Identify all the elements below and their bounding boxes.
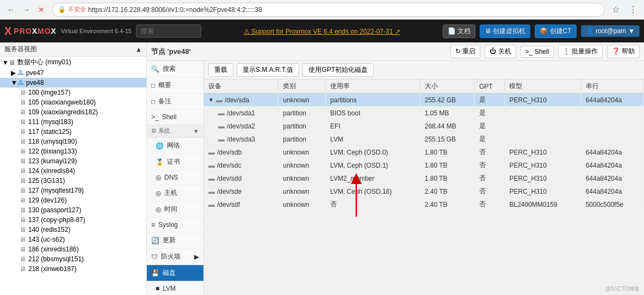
- pve48-arrow-icon[interactable]: ▼: [11, 79, 17, 87]
- cell-type: partition: [278, 120, 326, 133]
- vm-icon: 🖥: [20, 216, 26, 224]
- sidebar-item-vm[interactable]: 🖥 105 (xiaoxiangweb180): [0, 97, 146, 107]
- cell-size: 2.40 TB: [420, 198, 474, 211]
- reload-button[interactable]: ✕: [35, 3, 48, 16]
- vm-label: 124 (xinredis84): [28, 167, 75, 175]
- cell-serial: [581, 133, 643, 146]
- pve47-arrow-icon[interactable]: ▶: [11, 69, 17, 77]
- cell-model: BL2400MM0159: [505, 198, 581, 211]
- firewall-nav-label: 防火墙: [161, 252, 181, 261]
- sidebar-item-vm[interactable]: 🖥 123 (kumayi129): [0, 156, 146, 166]
- disk-row-icon: ▬: [218, 136, 225, 143]
- nav-item-disk[interactable]: 💾 磁盘: [147, 265, 203, 281]
- shell-button[interactable]: >_ Shell: [521, 46, 554, 58]
- doc-button[interactable]: 📄 文档: [443, 24, 475, 38]
- vm-label: 129 (dev126): [28, 196, 67, 204]
- sidebar-item-vm[interactable]: 🖥 186 (xinredis186): [0, 244, 146, 254]
- nav-item-shell[interactable]: >_ Shell: [147, 110, 203, 125]
- node-title: 节点 'pve48': [151, 47, 446, 57]
- search-nav-label: 搜索: [163, 64, 176, 73]
- vm-icon: 🖥: [20, 245, 26, 253]
- browser-menu-button[interactable]: ⋮: [627, 3, 640, 16]
- smart-button[interactable]: 显示S.M.A.R.T.值: [237, 63, 299, 77]
- nav-group-system[interactable]: ⚙ 系统 ▼: [147, 125, 203, 138]
- sidebar-item-vm[interactable]: 🖥 124 (xinredis84): [0, 166, 146, 176]
- user-menu-button[interactable]: 👤 root@pam ▼: [581, 25, 640, 37]
- network-nav-label: 网络: [167, 141, 180, 150]
- bookmark-button[interactable]: ☆: [609, 3, 622, 16]
- nav-item-lvm[interactable]: ■ LVM: [147, 281, 203, 295]
- table-header-row: 设备 类别 使用率 大小 GPT 模型 串行: [204, 79, 644, 94]
- cell-serial: [581, 120, 643, 133]
- cell-serial: 644a84204a: [581, 185, 643, 198]
- sidebar-item-vm[interactable]: 🖥 137 (copy-php8-87): [0, 215, 146, 225]
- vm-label: 130 (passport127): [28, 206, 81, 214]
- nav-item-summary[interactable]: □ 概要: [147, 77, 203, 94]
- vm-icon: 🖥: [20, 167, 26, 175]
- sidebar-item-vm[interactable]: 🖥 111 (mysql183): [0, 117, 146, 127]
- sidebar-item-vm[interactable]: 🖥 118 (umysql190): [0, 137, 146, 146]
- search-input[interactable]: [136, 24, 201, 38]
- help-button[interactable]: ❓ 帮助: [607, 45, 640, 58]
- table-row[interactable]: ▬ /dev/sda3 partition LVM 255.15 GB 是: [204, 133, 644, 146]
- sidebar-item-vm[interactable]: 🖥 143 (uc-s62): [0, 235, 146, 244]
- sidebar-item-vm[interactable]: 🖥 218 (xinweb187): [0, 264, 146, 274]
- nav-item-time[interactable]: ◎ 时间: [147, 201, 203, 218]
- table-row[interactable]: ▼ ▬ /dev/sda unknown partitions 255.42 G…: [204, 94, 644, 107]
- sidebar-item-vm[interactable]: 🖥 109 (xiaoxiangredis182): [0, 107, 146, 117]
- updates-nav-icon: 🔄: [151, 237, 159, 244]
- reload-node-button[interactable]: ↻ 重启: [450, 45, 480, 58]
- forward-button[interactable]: →: [20, 3, 33, 16]
- create-vm-button[interactable]: 🖥 创建虚拟机: [480, 24, 530, 38]
- vm-icon: 🖥: [20, 265, 26, 273]
- sidebar-item-pve47[interactable]: ▶ 🖧 pve47: [0, 68, 146, 78]
- table-row[interactable]: ▬ /dev/sdd unknown LVM2_member 1.80 TB 否…: [204, 172, 644, 185]
- nav-item-search[interactable]: 🔍 搜索: [147, 61, 203, 77]
- back-button[interactable]: ←: [4, 3, 17, 16]
- expand-icon[interactable]: ▼: [208, 97, 214, 103]
- sidebar-item-vm[interactable]: 🖥 130 (passport127): [0, 205, 146, 215]
- bulk-ops-button[interactable]: ⋮ 批量操作: [558, 45, 602, 58]
- sidebar-item-vm[interactable]: 🖥 122 (bixiang133): [0, 146, 146, 156]
- nav-item-syslog[interactable]: ≡ Syslog: [147, 218, 203, 232]
- shell-nav-icon: >_: [151, 113, 159, 121]
- sidebar-item-vm[interactable]: 🖥 140 (redis152): [0, 225, 146, 235]
- shutdown-button[interactable]: ⏻ 关机: [485, 45, 516, 58]
- cell-gpt: 否: [474, 159, 505, 172]
- lock-icon: 🔒: [58, 6, 66, 13]
- sidebar-item-vm[interactable]: 🖥 127 (mysqltest179): [0, 186, 146, 195]
- table-row[interactable]: ▬ /dev/sdf unknown 否 2.40 TB 否 BL2400MM0…: [204, 198, 644, 211]
- sidebar-item-vm[interactable]: 🖥 117 (static125): [0, 127, 146, 137]
- cell-size: 2.40 TB: [420, 185, 474, 198]
- cell-type: unknown: [278, 198, 326, 211]
- col-size: 大小: [420, 79, 474, 94]
- sidebar-collapse-icon[interactable]: ▲: [135, 46, 142, 53]
- sidebar-item-datacenter[interactable]: ▼ 🖥 数据中心 (mmy01): [0, 57, 146, 68]
- warning-banner[interactable]: ⚠ Support for Proxmox VE 6.4 ends on 202…: [244, 28, 400, 35]
- sidebar-item-vm[interactable]: 🖥 100 (imge157): [0, 88, 146, 97]
- sidebar-item-vm[interactable]: 🖥 125 (3G131): [0, 176, 146, 186]
- nav-item-dns[interactable]: ◎ DNS: [147, 170, 203, 185]
- table-row[interactable]: ▬ /dev/sdb unknown LVM, Ceph (OSD.0) 1.8…: [204, 146, 644, 159]
- sidebar-item-pve48[interactable]: ▼ 🖧 pve48: [0, 78, 146, 88]
- reload-data-button[interactable]: 重载: [208, 63, 233, 77]
- sidebar-item-vm[interactable]: 🖥 212 (bbsmysql151): [0, 254, 146, 264]
- table-row[interactable]: ▬ /dev/sde unknown LVM, Ceph (OSD.16) 2.…: [204, 185, 644, 198]
- nav-item-updates[interactable]: 🔄 更新: [147, 232, 203, 249]
- cell-device: ▬ /dev/sdb: [204, 146, 278, 159]
- nav-item-network[interactable]: 🌐 网络: [147, 138, 203, 154]
- nav-item-cert[interactable]: 🏅 证书: [147, 154, 203, 170]
- vm-icon: 🖥: [20, 255, 26, 263]
- sidebar-item-vm[interactable]: 🖥 129 (dev126): [0, 195, 146, 205]
- table-row[interactable]: ▬ /dev/sdc unknown LVM, Ceph (OSD.1) 1.8…: [204, 159, 644, 172]
- expand-arrow-icon[interactable]: ▼: [2, 59, 9, 66]
- table-row[interactable]: ▬ /dev/sda2 partition EFI 268.44 MB 是: [204, 120, 644, 133]
- lvm-nav-label: LVM: [163, 285, 176, 292]
- address-bar[interactable]: 🔒 不安全 https://172.16.228.49:8006/#v1:0:=…: [52, 3, 605, 17]
- gpt-init-button[interactable]: 使用GPT初始化磁盘: [302, 63, 374, 77]
- nav-item-host[interactable]: ◎ 主机: [147, 185, 203, 201]
- nav-item-firewall[interactable]: 🛡 防火墙 ▶: [147, 249, 203, 265]
- table-row[interactable]: ▬ /dev/sda1 partition BIOS boot 1.05 MB …: [204, 107, 644, 120]
- create-ct-button[interactable]: 📦 创建CT: [535, 24, 576, 38]
- nav-item-notes[interactable]: □ 备注: [147, 94, 203, 110]
